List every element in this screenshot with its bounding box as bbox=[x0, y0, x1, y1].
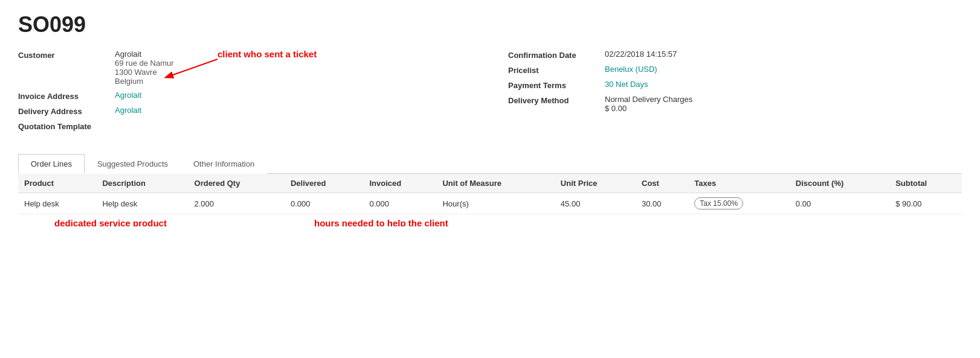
col-product: Product bbox=[18, 174, 96, 193]
cell-description: Help desk bbox=[96, 193, 188, 214]
col-discount: Discount (%) bbox=[790, 174, 889, 193]
delivery-address-row: Delivery Address Agrolait bbox=[18, 106, 472, 116]
confirmation-date-row: Confirmation Date 02/22/2018 14:15:57 bbox=[508, 50, 962, 60]
delivery-address-label: Delivery Address bbox=[18, 106, 115, 116]
delivery-cost: $ 0.00 bbox=[605, 104, 692, 113]
tabs-section: Order Lines Suggested Products Other Inf… bbox=[18, 154, 962, 214]
col-unit-of-measure: Unit of Measure bbox=[436, 174, 554, 193]
payment-terms-value[interactable]: 30 Net Days bbox=[605, 80, 648, 89]
customer-value: Agrolait 69 rue de Namur 1300 Wavre Belg… bbox=[115, 50, 174, 86]
cell-discount: 0.00 bbox=[790, 193, 889, 214]
form-right: Confirmation Date 02/22/2018 14:15:57 Pr… bbox=[508, 50, 962, 136]
table-row: Help desk Help desk 2.000 0.000 0.000 Ho… bbox=[18, 193, 962, 214]
payment-terms-label: Payment Terms bbox=[508, 80, 605, 90]
payment-terms-row: Payment Terms 30 Net Days bbox=[508, 80, 962, 90]
quotation-template-row: Quotation Template bbox=[18, 121, 472, 131]
confirmation-date-value: 02/22/2018 14:15:57 bbox=[605, 50, 677, 59]
col-ordered-qty: Ordered Qty bbox=[189, 174, 285, 193]
cell-taxes: Tax 15.00% bbox=[688, 193, 789, 214]
delivery-address-value[interactable]: Agrolait bbox=[115, 106, 141, 115]
invoice-address-value[interactable]: Agrolait bbox=[115, 91, 141, 100]
col-delivered: Delivered bbox=[285, 174, 364, 193]
cell-unit-of-measure: Hour(s) bbox=[436, 193, 554, 214]
form-left: Customer Agrolait 69 rue de Namur 1300 W… bbox=[18, 50, 472, 136]
tax-badge: Tax 15.00% bbox=[694, 197, 743, 209]
pricelist-value[interactable]: Benelux (USD) bbox=[605, 65, 657, 74]
pricelist-row: Pricelist Benelux (USD) bbox=[508, 65, 962, 75]
order-lines-table-section: Product Description Ordered Qty Delivere… bbox=[18, 174, 962, 214]
delivery-method-value: Normal Delivery Charges bbox=[605, 95, 692, 104]
order-lines-table: Product Description Ordered Qty Delivere… bbox=[18, 174, 962, 214]
cell-unit-price: 45.00 bbox=[555, 193, 636, 214]
col-taxes: Taxes bbox=[688, 174, 789, 193]
col-invoiced: Invoiced bbox=[364, 174, 437, 193]
col-cost: Cost bbox=[636, 174, 688, 193]
col-description: Description bbox=[96, 174, 188, 193]
invoice-address-label: Invoice Address bbox=[18, 91, 115, 101]
customer-address-line2: 1300 Wavre bbox=[115, 68, 174, 77]
tab-suggested-products[interactable]: Suggested Products bbox=[85, 154, 181, 174]
cell-invoiced: 0.000 bbox=[364, 193, 437, 214]
hours-annotation-text: hours needed to help the client bbox=[314, 218, 448, 226]
quotation-template-label: Quotation Template bbox=[18, 121, 115, 131]
cell-delivered: 0.000 bbox=[285, 193, 364, 214]
customer-address-line1: 69 rue de Namur bbox=[115, 59, 174, 68]
col-unit-price: Unit Price bbox=[555, 174, 636, 193]
tab-other-information[interactable]: Other Information bbox=[181, 154, 267, 174]
service-annotation-text: dedicated service product bbox=[54, 218, 167, 226]
cell-cost: 30.00 bbox=[636, 193, 688, 214]
delivery-method-label: Delivery Method bbox=[508, 95, 605, 105]
page-title: SO099 bbox=[18, 12, 962, 37]
cell-ordered-qty: 2.000 bbox=[189, 193, 285, 214]
customer-name[interactable]: Agrolait bbox=[115, 50, 174, 59]
customer-label: Customer bbox=[18, 50, 115, 60]
customer-address-line3: Belgium bbox=[115, 77, 174, 86]
customer-row: Customer Agrolait 69 rue de Namur 1300 W… bbox=[18, 50, 472, 86]
table-header-row: Product Description Ordered Qty Delivere… bbox=[18, 174, 962, 193]
invoice-address-row: Invoice Address Agrolait bbox=[18, 91, 472, 101]
cell-subtotal: $ 90.00 bbox=[889, 193, 962, 214]
pricelist-label: Pricelist bbox=[508, 65, 605, 75]
cell-product: Help desk bbox=[18, 193, 96, 214]
delivery-method-row: Delivery Method Normal Delivery Charges … bbox=[508, 95, 962, 113]
col-subtotal: Subtotal bbox=[889, 174, 962, 193]
delivery-method-value-block: Normal Delivery Charges $ 0.00 bbox=[605, 95, 692, 113]
tab-order-lines[interactable]: Order Lines bbox=[18, 154, 85, 174]
form-section: Customer Agrolait 69 rue de Namur 1300 W… bbox=[18, 50, 962, 136]
confirmation-date-label: Confirmation Date bbox=[508, 50, 605, 60]
tabs-bar: Order Lines Suggested Products Other Inf… bbox=[18, 154, 962, 174]
